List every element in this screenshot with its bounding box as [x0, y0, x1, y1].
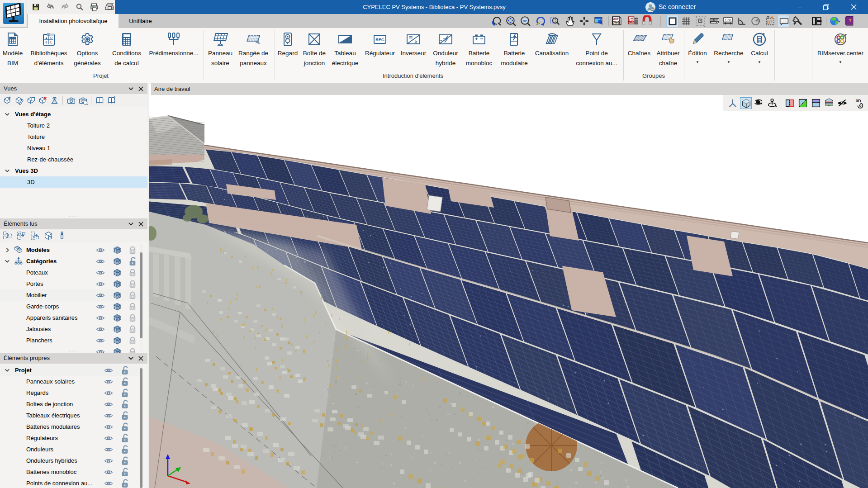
- svg-text:L: L: [50, 40, 52, 44]
- svg-text:O: O: [50, 36, 53, 39]
- svg-text:x2: x2: [523, 19, 526, 23]
- svg-text:DXF: DXF: [628, 17, 634, 20]
- svg-text:3D: 3D: [856, 99, 861, 103]
- svg-text:1.00: 1.00: [725, 18, 731, 22]
- svg-text:⚲: ⚲: [45, 41, 47, 44]
- svg-text:DWG: DWG: [612, 21, 620, 24]
- svg-text:REG: REG: [375, 38, 384, 42]
- svg-text:?: ?: [849, 18, 852, 23]
- svg-text:DXF: DXF: [613, 17, 619, 20]
- svg-text:▲: ▲: [45, 36, 48, 39]
